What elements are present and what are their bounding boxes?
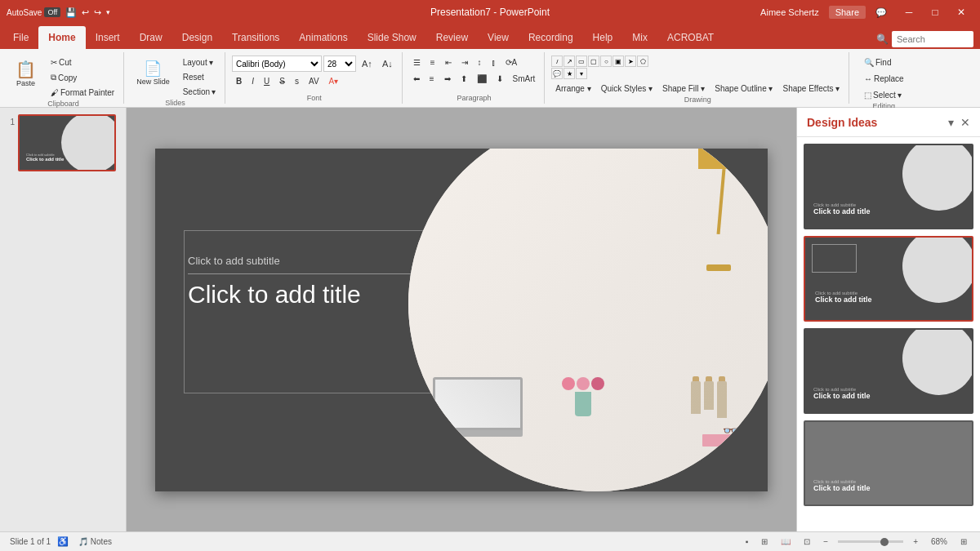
- align-right-button[interactable]: ➡: [440, 72, 455, 86]
- minimize-button[interactable]: ─: [897, 0, 921, 24]
- share-button[interactable]: Share: [829, 6, 866, 19]
- shape-callout[interactable]: 💬: [551, 68, 563, 79]
- increase-indent-button[interactable]: ⇥: [457, 56, 472, 69]
- tab-file[interactable]: File: [3, 26, 38, 49]
- column-button[interactable]: ⫿: [488, 56, 500, 69]
- zoom-slider[interactable]: [838, 540, 903, 543]
- tab-recording[interactable]: Recording: [519, 26, 583, 49]
- tab-design[interactable]: Design: [172, 26, 222, 49]
- underline-button[interactable]: U: [260, 74, 274, 88]
- tab-transitions[interactable]: Transitions: [222, 26, 289, 49]
- autosave-toggle[interactable]: Off: [44, 7, 60, 17]
- shape-line[interactable]: /: [551, 56, 563, 67]
- shape-outline-button[interactable]: Shape Outline ▾: [710, 82, 777, 96]
- shadow-button[interactable]: s: [291, 74, 303, 88]
- cut-button[interactable]: ✂ Cut: [47, 56, 76, 69]
- copy-button[interactable]: ⧉ Copy: [47, 70, 81, 85]
- line-spacing-button[interactable]: ↕: [474, 56, 486, 69]
- fit-slide-button[interactable]: ⊞: [957, 537, 970, 546]
- slide-number-1: 1: [3, 118, 15, 127]
- font-grow-button[interactable]: A↑: [358, 56, 376, 71]
- canvas-area[interactable]: Click to add subtitle Click to add title: [127, 108, 796, 531]
- section-button[interactable]: Section ▾: [179, 85, 220, 99]
- strikethrough-button[interactable]: S: [275, 74, 289, 88]
- find-button[interactable]: 🔍 Find: [860, 56, 908, 69]
- tab-help[interactable]: Help: [583, 26, 623, 49]
- redo-icon[interactable]: ↪: [94, 7, 101, 18]
- align-top-button[interactable]: ⬆: [457, 72, 471, 86]
- italic-button[interactable]: I: [247, 74, 258, 88]
- design-idea-1[interactable]: Click to add subtitle Click to add title: [804, 144, 973, 229]
- slide-canvas[interactable]: Click to add subtitle Click to add title: [155, 149, 768, 491]
- new-slide-button[interactable]: 📄 New Slide: [131, 56, 176, 90]
- close-button[interactable]: ✕: [949, 0, 973, 24]
- design-idea-2[interactable]: Click to add subtitle Click to add title: [804, 236, 973, 322]
- di-circle-2: [902, 236, 973, 303]
- shape-fill-button[interactable]: Shape Fill ▾: [658, 82, 709, 96]
- save-icon[interactable]: 💾: [65, 7, 77, 18]
- font-label: Font: [307, 94, 322, 104]
- tab-slideshow[interactable]: Slide Show: [358, 26, 426, 49]
- design-idea-4[interactable]: Click to add subtitle Click to add title: [804, 420, 973, 506]
- comments-icon[interactable]: 💬: [875, 7, 887, 18]
- shape-arrow[interactable]: ↗: [564, 56, 575, 67]
- arrange-button[interactable]: Arrange ▾: [551, 82, 595, 96]
- tab-acrobat[interactable]: ACROBAT: [657, 26, 724, 49]
- reading-view-button[interactable]: 📖: [777, 537, 794, 546]
- tab-animations[interactable]: Animations: [289, 26, 357, 49]
- align-bottom-button[interactable]: ⬇: [492, 72, 507, 86]
- search-input[interactable]: [892, 31, 973, 47]
- slide-thumbnail-1[interactable]: Click to add subtitle Click to add title: [18, 114, 116, 171]
- smartart-button[interactable]: SmArt: [509, 72, 540, 86]
- font-size-select[interactable]: 28: [323, 56, 356, 72]
- tab-mix[interactable]: Mix: [622, 26, 657, 49]
- numbering-button[interactable]: ≡: [426, 56, 439, 69]
- shape-rect2[interactable]: ▢: [588, 56, 599, 67]
- tab-insert[interactable]: Insert: [86, 26, 130, 49]
- slideshow-button[interactable]: ⊡: [800, 537, 813, 546]
- normal-view-button[interactable]: ▪: [742, 537, 752, 546]
- main-area: 1 Click to add subtitle Click to add tit…: [0, 108, 980, 531]
- replace-button[interactable]: ↔ Replace: [860, 72, 908, 86]
- shape-star[interactable]: ★: [564, 68, 575, 79]
- font-color-button[interactable]: A▾: [325, 74, 343, 88]
- tab-home[interactable]: Home: [38, 26, 85, 49]
- zoom-level[interactable]: 68%: [928, 537, 951, 546]
- shape-rect[interactable]: ▭: [576, 56, 587, 67]
- shape-effects-button[interactable]: Shape Effects ▾: [778, 82, 844, 96]
- shape-arrow2[interactable]: ➤: [625, 56, 636, 67]
- accessibility-icon[interactable]: ♿: [57, 536, 69, 547]
- paste-button[interactable]: 📋 Paste: [8, 56, 43, 91]
- shape-oval[interactable]: ○: [600, 56, 612, 67]
- align-center-button[interactable]: ≡: [425, 72, 439, 86]
- quick-styles-button[interactable]: Quick Styles ▾: [597, 82, 657, 96]
- zoom-out-button[interactable]: −: [820, 537, 831, 546]
- align-middle-button[interactable]: ⬛: [473, 72, 491, 86]
- maximize-button[interactable]: □: [923, 0, 947, 24]
- tab-view[interactable]: View: [478, 26, 519, 49]
- bullets-button[interactable]: ☰: [409, 56, 425, 69]
- align-left-button[interactable]: ⬅: [409, 72, 424, 86]
- reset-button[interactable]: Reset: [179, 70, 208, 84]
- shape-pentagon[interactable]: ⬠: [637, 56, 648, 67]
- bold-button[interactable]: B: [232, 74, 246, 88]
- design-ideas-close[interactable]: ✕: [960, 116, 970, 129]
- undo-icon[interactable]: ↩: [82, 7, 89, 18]
- layout-button[interactable]: Layout ▾: [179, 56, 217, 69]
- tab-review[interactable]: Review: [426, 26, 478, 49]
- design-ideas-dropdown[interactable]: ▾: [948, 116, 954, 129]
- format-painter-button[interactable]: 🖌 Format Painter: [47, 86, 118, 100]
- slide-sorter-button[interactable]: ⊞: [758, 537, 771, 546]
- tab-draw[interactable]: Draw: [130, 26, 172, 49]
- text-direction-button[interactable]: ⟳A: [501, 56, 522, 69]
- shape-rnd-rect[interactable]: ▣: [612, 56, 624, 67]
- zoom-in-button[interactable]: +: [910, 537, 921, 546]
- shapes-more[interactable]: ▾: [576, 68, 587, 79]
- select-button[interactable]: ⬚ Select ▾: [860, 88, 908, 102]
- font-family-select[interactable]: Calibri (Body): [232, 56, 322, 72]
- design-idea-3[interactable]: Click to add subtitle Click to add title: [804, 328, 973, 414]
- notes-button[interactable]: 🎵 Notes: [75, 537, 115, 546]
- font-shrink-button[interactable]: A↓: [378, 56, 397, 71]
- decrease-indent-button[interactable]: ⇤: [441, 56, 456, 69]
- char-spacing-button[interactable]: AV: [305, 74, 323, 88]
